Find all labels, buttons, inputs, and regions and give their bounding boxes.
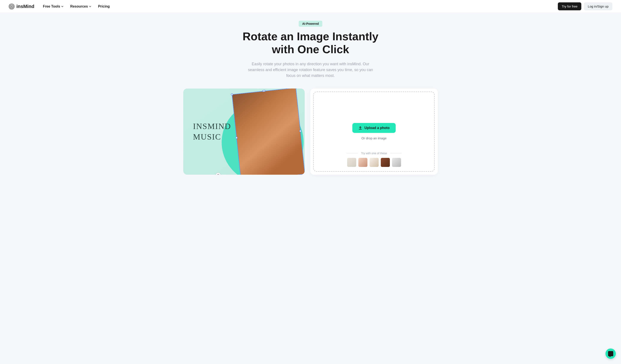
hero-section: AI-Powered Rotate an Image Instantly wit… [0,13,621,85]
preview-panel: INSMIND MUSIC [183,89,305,175]
page-title: Rotate an Image Instantly with One Click [235,30,386,56]
preview-text: INSMIND MUSIC [193,121,231,142]
resize-handle-top-center[interactable] [262,90,265,92]
logo-spiral-icon [9,3,15,10]
nav-pricing[interactable]: Pricing [98,4,110,8]
sample-image-2[interactable] [358,158,367,167]
try-for-free-button[interactable]: Try for free [558,2,581,10]
logo-text: insMind [16,4,34,9]
image-selection-frame[interactable] [232,89,305,175]
divider-line [346,153,358,153]
preview-line-2: MUSIC [193,132,231,142]
chevron-down-icon [61,5,63,8]
header-left: insMind Free Tools Resources Pricing [9,3,110,10]
chevron-down-icon [89,5,91,8]
nav-free-tools[interactable]: Free Tools [43,4,63,8]
upload-icon [358,126,362,130]
upload-button-label: Upload a photo [364,126,389,130]
preview-line-1: INSMIND [193,121,231,131]
resize-handle-top-right[interactable] [295,89,297,89]
resize-handle-bottom-right[interactable] [304,173,305,174]
chat-icon [608,351,613,356]
content-row: INSMIND MUSIC Upload a [177,89,444,175]
sample-image-5[interactable] [392,158,401,167]
nav-resources[interactable]: Resources [70,4,91,8]
logo[interactable]: insMind [9,3,34,10]
upload-photo-button[interactable]: Upload a photo [352,123,396,133]
header: insMind Free Tools Resources Pricing Try… [0,0,621,13]
samples-row [347,158,401,167]
upload-panel: Upload a photo Or drop an image Try with… [310,89,438,175]
sample-image-1[interactable] [347,158,356,167]
nav-free-tools-label: Free Tools [43,4,60,8]
rotate-handle[interactable] [216,173,221,175]
nav-resources-label: Resources [70,4,88,8]
main-nav: Free Tools Resources Pricing [43,4,110,8]
login-signup-button[interactable]: Log in/Sign up [584,2,612,10]
chat-support-button[interactable] [605,348,616,359]
upload-dropzone[interactable]: Upload a photo Or drop an image Try with… [313,92,435,172]
divider-line [390,153,402,153]
ai-powered-badge: AI-Powered [299,21,322,27]
drop-hint-text: Or drop an image [361,136,387,140]
svg-point-3 [11,6,12,7]
samples-divider: Try with one of these [346,152,402,155]
sample-image-4[interactable] [381,158,390,167]
resize-handle-top-left[interactable] [231,93,233,96]
nav-pricing-label: Pricing [98,4,110,8]
page-subtitle: Easily rotate your photos in any directi… [246,61,375,79]
resize-handle-middle-left[interactable] [235,136,238,139]
sample-image-3[interactable] [370,158,379,167]
samples-section: Try with one of these [314,152,434,167]
samples-label: Try with one of these [361,152,387,155]
rotate-icon [217,174,220,175]
header-right: Try for free Log in/Sign up [558,2,612,10]
